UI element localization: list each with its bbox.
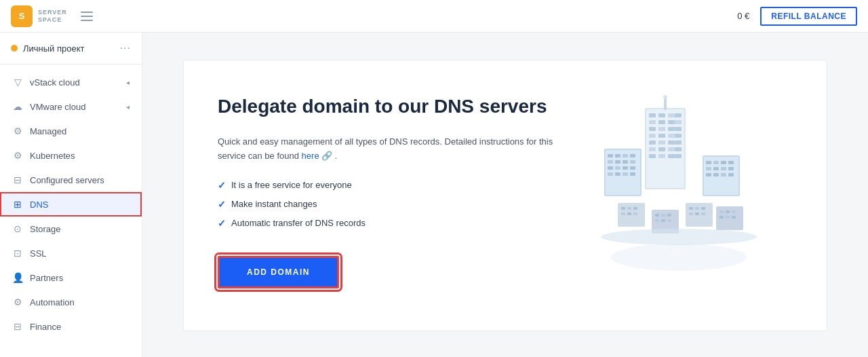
project-name: Личный проект [23, 43, 115, 54]
svg-rect-13 [668, 127, 675, 131]
svg-rect-80 [689, 207, 693, 210]
kubernetes-icon: ⚙ [12, 150, 23, 161]
configured-servers-label: Configured servers [30, 175, 104, 185]
svg-rect-14 [675, 127, 682, 131]
server-illustration-container [584, 94, 774, 284]
svg-rect-28 [658, 154, 665, 158]
svg-rect-71 [633, 212, 637, 215]
svg-rect-63 [721, 173, 726, 176]
finance-icon: ⊟ [12, 321, 23, 332]
svg-rect-46 [630, 166, 635, 170]
svg-rect-17 [668, 134, 675, 138]
svg-rect-57 [706, 167, 711, 170]
layout: Личный проект ··· ▽ vStack cloud ◂ ☁ VMw… [0, 33, 868, 357]
storage-icon: ⊙ [12, 223, 23, 234]
svg-rect-66 [621, 207, 625, 210]
managed-label: Managed [30, 126, 66, 136]
kubernetes-label: Kubernetes [30, 151, 75, 161]
sidebar-item-configured-servers[interactable]: ⊟ Configured servers [0, 168, 142, 192]
svg-rect-62 [713, 173, 719, 176]
svg-rect-35 [608, 154, 613, 157]
sidebar-item-kubernetes[interactable]: ⚙ Kubernetes [0, 143, 142, 168]
svg-rect-60 [728, 167, 734, 170]
svg-rect-31 [664, 98, 667, 110]
page-description: Quick and easy management of all types o… [218, 135, 557, 164]
vstack-label: vStack cloud [30, 77, 80, 88]
svg-rect-55 [721, 161, 726, 164]
here-link[interactable]: here 🔗 [302, 151, 335, 161]
refill-balance-button[interactable]: REFILL BALANCE [760, 7, 857, 26]
svg-rect-10 [675, 120, 682, 124]
svg-rect-37 [623, 154, 628, 157]
svg-rect-64 [728, 173, 734, 176]
managed-icon: ⚙ [12, 126, 23, 136]
svg-rect-53 [706, 161, 711, 164]
svg-rect-6 [675, 113, 682, 117]
svg-rect-42 [630, 160, 635, 164]
svg-rect-18 [675, 134, 682, 138]
svg-rect-61 [706, 173, 711, 176]
logo: S SERVER SPACE [11, 5, 67, 27]
dns-icon: ⊞ [12, 199, 23, 210]
logo-text: SERVER SPACE [38, 9, 67, 24]
page-title: Delegate domain to our DNS servers [218, 94, 557, 119]
sidebar-item-ssl[interactable]: ⊡ SSL [0, 241, 142, 265]
sidebar-item-dns[interactable]: ⊞ DNS [0, 192, 142, 217]
topbar: S SERVER SPACE 0 € REFILL BALANCE [0, 0, 868, 33]
svg-rect-43 [608, 166, 613, 170]
vmware-icon: ☁ [12, 101, 23, 112]
svg-rect-27 [649, 154, 656, 158]
svg-rect-7 [649, 120, 656, 124]
partners-label: Partners [30, 273, 63, 283]
svg-rect-47 [608, 172, 613, 176]
svg-rect-3 [649, 113, 656, 117]
project-dot [11, 45, 18, 52]
svg-point-0 [611, 244, 747, 271]
svg-rect-76 [655, 219, 659, 222]
svg-rect-11 [649, 127, 656, 131]
svg-rect-26 [675, 147, 682, 151]
svg-rect-89 [732, 210, 736, 213]
svg-rect-22 [675, 140, 682, 145]
svg-rect-30 [675, 154, 682, 158]
svg-rect-77 [661, 219, 665, 222]
svg-rect-38 [630, 154, 635, 157]
sidebar: Личный проект ··· ▽ vStack cloud ◂ ☁ VMw… [0, 33, 142, 357]
check-icon-2: ✓ [218, 199, 226, 210]
svg-rect-74 [661, 214, 665, 217]
project-row[interactable]: Личный проект ··· [0, 33, 142, 64]
sidebar-item-partners[interactable]: 👤 Partners [0, 265, 142, 290]
add-domain-button[interactable]: ADD DOMAIN [218, 256, 339, 288]
hamburger-menu[interactable] [78, 9, 96, 24]
sidebar-item-automation[interactable]: ⚙ Automation [0, 290, 142, 314]
svg-rect-92 [732, 216, 736, 219]
sidebar-item-finance[interactable]: ⊟ Finance [0, 314, 142, 339]
balance-display: 0 € [737, 11, 749, 21]
project-menu-dots[interactable]: ··· [120, 42, 131, 54]
svg-rect-4 [658, 113, 665, 117]
topbar-left: S SERVER SPACE [11, 5, 96, 27]
vmware-label: VMware cloud [30, 102, 85, 112]
svg-point-93 [601, 229, 757, 245]
svg-rect-5 [668, 113, 675, 117]
svg-rect-85 [701, 212, 705, 215]
sidebar-item-managed[interactable]: ⚙ Managed [0, 119, 142, 143]
feature-2: ✓ Make instant changes [218, 199, 557, 210]
svg-rect-12 [658, 127, 665, 131]
svg-rect-40 [615, 160, 620, 164]
vmware-arrow: ◂ [126, 103, 130, 111]
svg-rect-19 [649, 140, 656, 145]
svg-rect-16 [658, 134, 665, 138]
sidebar-item-storage[interactable]: ⊙ Storage [0, 217, 142, 241]
sidebar-item-vmware[interactable]: ☁ VMware cloud ◂ [0, 94, 142, 119]
svg-rect-45 [623, 166, 628, 170]
feature-3: ✓ Automatic transfer of DNS records [218, 218, 557, 229]
svg-rect-21 [668, 140, 675, 145]
svg-rect-9 [668, 120, 675, 124]
sidebar-item-vstack[interactable]: ▽ vStack cloud ◂ [0, 70, 142, 94]
svg-rect-70 [627, 212, 631, 215]
svg-rect-67 [627, 207, 631, 210]
check-icon-3: ✓ [218, 218, 226, 229]
svg-rect-90 [719, 216, 724, 219]
svg-rect-54 [713, 161, 719, 164]
